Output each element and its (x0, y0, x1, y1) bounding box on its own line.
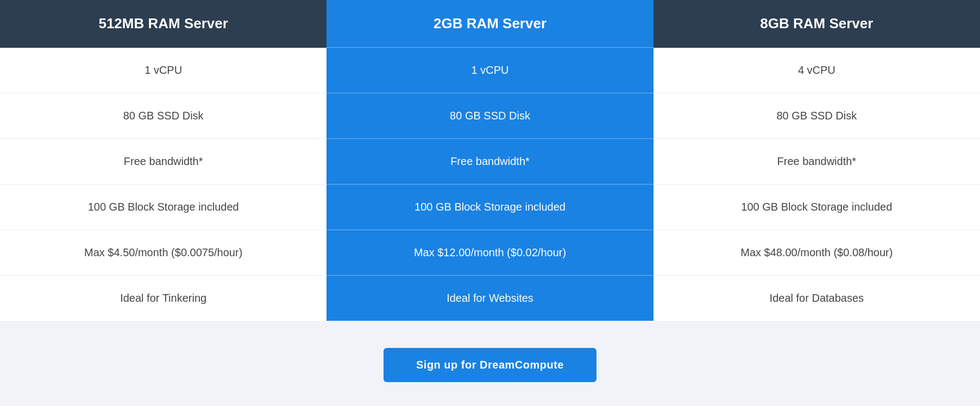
cell-row1-col1: 80 GB SSD Disk (0, 93, 326, 139)
cell-row5-col2: Ideal for Websites (326, 276, 653, 321)
cell-row4-col2: Max $12.00/month ($0.02/hour) (326, 230, 653, 276)
cell-row2-col3: Free bandwidth* (654, 139, 980, 185)
header-col2: 2GB RAM Server (326, 0, 653, 48)
table-row: Ideal for Tinkering Ideal for Websites I… (0, 276, 980, 321)
cell-row4-col1: Max $4.50/month ($0.0075/hour) (0, 230, 326, 276)
table-row: 1 vCPU 1 vCPU 4 vCPU (0, 48, 980, 93)
cell-row5-col3: Ideal for Databases (654, 276, 980, 321)
signup-section: Sign up for DreamCompute (384, 348, 596, 382)
header-col1: 512MB RAM Server (0, 0, 326, 48)
cell-row5-col1: Ideal for Tinkering (0, 276, 326, 321)
cell-row4-col3: Max $48.00/month ($0.08/hour) (654, 230, 980, 276)
table-row: 100 GB Block Storage included 100 GB Blo… (0, 185, 980, 230)
cell-row0-col3: 4 vCPU (654, 48, 980, 93)
header-col3: 8GB RAM Server (654, 0, 980, 48)
cell-row3-col1: 100 GB Block Storage included (0, 185, 326, 230)
cell-row3-col3: 100 GB Block Storage included (654, 185, 980, 230)
page-wrapper: 512MB RAM Server 2GB RAM Server 8GB RAM … (0, 0, 980, 406)
comparison-table: 512MB RAM Server 2GB RAM Server 8GB RAM … (0, 0, 980, 321)
cell-row3-col2: 100 GB Block Storage included (326, 185, 653, 230)
table-row: Max $4.50/month ($0.0075/hour) Max $12.0… (0, 230, 980, 276)
cell-row0-col1: 1 vCPU (0, 48, 326, 93)
table-row: Free bandwidth* Free bandwidth* Free ban… (0, 139, 980, 185)
cell-row1-col2: 80 GB SSD Disk (326, 93, 653, 139)
table-header-row: 512MB RAM Server 2GB RAM Server 8GB RAM … (0, 0, 980, 48)
cell-row2-col1: Free bandwidth* (0, 139, 326, 185)
table-row: 80 GB SSD Disk 80 GB SSD Disk 80 GB SSD … (0, 93, 980, 139)
cell-row1-col3: 80 GB SSD Disk (654, 93, 980, 139)
cell-row2-col2: Free bandwidth* (326, 139, 653, 185)
signup-button[interactable]: Sign up for DreamCompute (384, 348, 596, 382)
cell-row0-col2: 1 vCPU (326, 48, 653, 93)
